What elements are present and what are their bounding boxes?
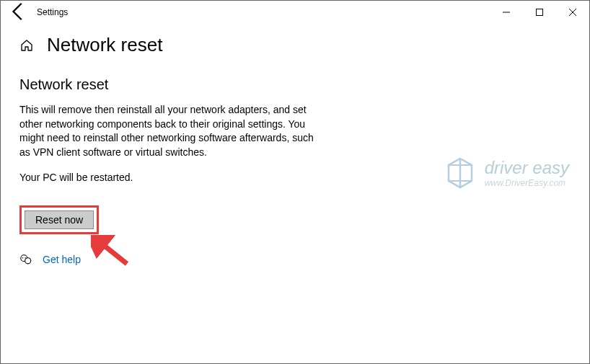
- page-title: Network reset: [47, 34, 162, 56]
- help-icon: [19, 253, 32, 266]
- titlebar: Settings: [1, 1, 589, 24]
- svg-point-5: [25, 258, 31, 264]
- reset-now-button[interactable]: Reset now: [25, 210, 94, 229]
- minimize-button[interactable]: [490, 1, 523, 24]
- maximize-button[interactable]: [523, 1, 556, 24]
- back-button[interactable]: [8, 1, 30, 25]
- svg-point-6: [22, 257, 23, 258]
- help-row: Get help: [19, 253, 314, 266]
- restart-notice: Your PC will be restarted.: [19, 171, 314, 185]
- get-help-link[interactable]: Get help: [43, 254, 81, 265]
- watermark-logo-icon: [443, 156, 477, 190]
- app-title: Settings: [30, 7, 68, 17]
- watermark: driver easy www.DriverEasy.com: [443, 156, 569, 190]
- reset-highlight: Reset now: [19, 205, 99, 234]
- page-header: Network reset: [1, 24, 589, 62]
- section-heading: Network reset: [19, 76, 314, 93]
- main-content: Network reset This will remove then rein…: [1, 62, 333, 280]
- svg-point-7: [25, 257, 25, 258]
- description-text: This will remove then reinstall all your…: [19, 103, 314, 159]
- svg-rect-1: [537, 9, 543, 16]
- watermark-brand: driver easy: [485, 158, 569, 178]
- watermark-text: driver easy www.DriverEasy.com: [485, 158, 569, 188]
- home-icon[interactable]: [19, 38, 34, 53]
- close-button[interactable]: [556, 1, 589, 24]
- window-controls: [490, 1, 589, 24]
- watermark-url: www.DriverEasy.com: [485, 178, 569, 188]
